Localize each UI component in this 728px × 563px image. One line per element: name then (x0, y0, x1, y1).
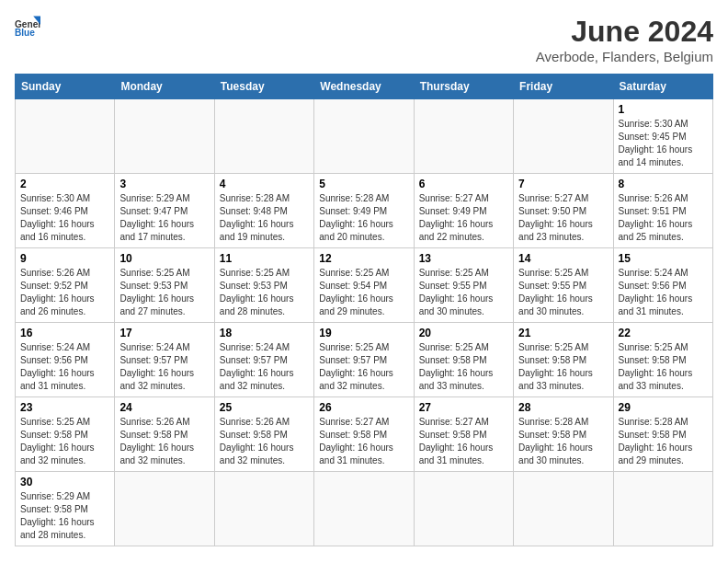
calendar-day-cell: 23Sunrise: 5:25 AM Sunset: 9:58 PM Dayli… (16, 397, 115, 472)
calendar-week-row: 16Sunrise: 5:24 AM Sunset: 9:56 PM Dayli… (16, 323, 713, 397)
day-info: Sunrise: 5:29 AM Sunset: 9:47 PM Dayligh… (119, 192, 209, 244)
weekday-header-cell: Thursday (414, 75, 513, 99)
calendar-day-cell (514, 99, 613, 174)
day-info: Sunrise: 5:24 AM Sunset: 9:57 PM Dayligh… (119, 341, 209, 393)
day-info: Sunrise: 5:25 AM Sunset: 9:54 PM Dayligh… (319, 267, 408, 318)
calendar-day-cell: 2Sunrise: 5:30 AM Sunset: 9:46 PM Daylig… (16, 174, 115, 248)
day-info: Sunrise: 5:25 AM Sunset: 9:58 PM Dayligh… (20, 416, 109, 467)
day-number: 15 (619, 252, 708, 265)
day-number: 3 (119, 178, 209, 190)
calendar-day-cell: 21Sunrise: 5:25 AM Sunset: 9:58 PM Dayli… (514, 323, 613, 397)
calendar-day-cell: 13Sunrise: 5:25 AM Sunset: 9:55 PM Dayli… (414, 248, 513, 323)
day-number: 14 (518, 252, 608, 265)
day-number: 20 (419, 327, 508, 339)
day-number: 26 (319, 401, 408, 414)
calendar-day-cell: 4Sunrise: 5:28 AM Sunset: 9:48 PM Daylig… (214, 174, 313, 248)
day-number: 16 (20, 327, 109, 339)
calendar-week-row: 1Sunrise: 5:30 AM Sunset: 9:45 PM Daylig… (16, 99, 713, 174)
calendar-day-cell: 26Sunrise: 5:27 AM Sunset: 9:58 PM Dayli… (314, 397, 414, 472)
calendar-day-cell (115, 99, 214, 174)
calendar-day-cell (314, 472, 414, 546)
calendar-day-cell: 8Sunrise: 5:26 AM Sunset: 9:51 PM Daylig… (613, 174, 712, 248)
day-number: 1 (619, 103, 708, 116)
day-info: Sunrise: 5:25 AM Sunset: 9:58 PM Dayligh… (518, 341, 608, 393)
calendar-day-cell: 18Sunrise: 5:24 AM Sunset: 9:57 PM Dayli… (214, 323, 313, 397)
day-info: Sunrise: 5:24 AM Sunset: 9:57 PM Dayligh… (220, 341, 309, 393)
calendar-body: 1Sunrise: 5:30 AM Sunset: 9:45 PM Daylig… (16, 99, 713, 546)
day-info: Sunrise: 5:30 AM Sunset: 9:45 PM Dayligh… (619, 118, 708, 169)
day-number: 4 (220, 178, 309, 190)
calendar-day-cell: 15Sunrise: 5:24 AM Sunset: 9:56 PM Dayli… (613, 248, 712, 323)
weekday-header-cell: Wednesday (314, 75, 414, 99)
day-number: 9 (20, 252, 109, 265)
calendar-subtitle: Averbode, Flanders, Belgium (536, 49, 713, 64)
day-number: 12 (319, 252, 408, 265)
day-number: 22 (619, 327, 708, 339)
day-info: Sunrise: 5:25 AM Sunset: 9:58 PM Dayligh… (619, 341, 708, 393)
day-info: Sunrise: 5:24 AM Sunset: 9:56 PM Dayligh… (20, 341, 109, 393)
weekday-header-cell: Monday (115, 75, 214, 99)
day-info: Sunrise: 5:26 AM Sunset: 9:52 PM Dayligh… (20, 267, 109, 318)
day-info: Sunrise: 5:28 AM Sunset: 9:49 PM Dayligh… (319, 192, 408, 244)
day-number: 18 (220, 327, 309, 339)
calendar-day-cell: 12Sunrise: 5:25 AM Sunset: 9:54 PM Dayli… (314, 248, 414, 323)
day-info: Sunrise: 5:24 AM Sunset: 9:56 PM Dayligh… (619, 267, 708, 318)
day-number: 21 (518, 327, 608, 339)
day-info: Sunrise: 5:25 AM Sunset: 9:58 PM Dayligh… (419, 341, 508, 393)
calendar-day-cell: 22Sunrise: 5:25 AM Sunset: 9:58 PM Dayli… (613, 323, 712, 397)
day-number: 30 (20, 476, 109, 488)
calendar-day-cell (414, 99, 513, 174)
calendar-day-cell: 7Sunrise: 5:27 AM Sunset: 9:50 PM Daylig… (514, 174, 613, 248)
calendar-day-cell: 29Sunrise: 5:28 AM Sunset: 9:58 PM Dayli… (613, 397, 712, 472)
day-number: 11 (220, 252, 309, 265)
calendar-day-cell: 9Sunrise: 5:26 AM Sunset: 9:52 PM Daylig… (16, 248, 115, 323)
calendar-day-cell: 19Sunrise: 5:25 AM Sunset: 9:57 PM Dayli… (314, 323, 414, 397)
calendar-day-cell: 27Sunrise: 5:27 AM Sunset: 9:58 PM Dayli… (414, 397, 513, 472)
calendar-day-cell (115, 472, 214, 546)
day-info: Sunrise: 5:26 AM Sunset: 9:58 PM Dayligh… (220, 416, 309, 467)
calendar-day-cell (214, 472, 313, 546)
calendar-day-cell: 28Sunrise: 5:28 AM Sunset: 9:58 PM Dayli… (514, 397, 613, 472)
calendar-day-cell (214, 99, 313, 174)
day-number: 7 (518, 178, 608, 190)
day-info: Sunrise: 5:26 AM Sunset: 9:58 PM Dayligh… (119, 416, 209, 467)
calendar-day-cell: 3Sunrise: 5:29 AM Sunset: 9:47 PM Daylig… (115, 174, 214, 248)
day-number: 8 (619, 178, 708, 190)
day-info: Sunrise: 5:26 AM Sunset: 9:51 PM Dayligh… (619, 192, 708, 244)
svg-text:Blue: Blue (15, 28, 35, 38)
calendar-day-cell: 17Sunrise: 5:24 AM Sunset: 9:57 PM Dayli… (115, 323, 214, 397)
day-number: 2 (20, 178, 109, 190)
title-area: June 2024 Averbode, Flanders, Belgium (536, 15, 713, 64)
header: General Blue June 2024 Averbode, Flander… (15, 15, 713, 64)
day-number: 13 (419, 252, 508, 265)
day-info: Sunrise: 5:25 AM Sunset: 9:55 PM Dayligh… (518, 267, 608, 318)
calendar-day-cell: 11Sunrise: 5:25 AM Sunset: 9:53 PM Dayli… (214, 248, 313, 323)
calendar-day-cell: 14Sunrise: 5:25 AM Sunset: 9:55 PM Dayli… (514, 248, 613, 323)
day-info: Sunrise: 5:27 AM Sunset: 9:50 PM Dayligh… (518, 192, 608, 244)
calendar-week-row: 30Sunrise: 5:29 AM Sunset: 9:58 PM Dayli… (16, 472, 713, 546)
day-info: Sunrise: 5:30 AM Sunset: 9:46 PM Dayligh… (20, 192, 109, 244)
day-number: 28 (518, 401, 608, 414)
day-number: 17 (119, 327, 209, 339)
day-info: Sunrise: 5:25 AM Sunset: 9:57 PM Dayligh… (319, 341, 408, 393)
day-info: Sunrise: 5:27 AM Sunset: 9:58 PM Dayligh… (319, 416, 408, 467)
calendar-week-row: 9Sunrise: 5:26 AM Sunset: 9:52 PM Daylig… (16, 248, 713, 323)
calendar-week-row: 23Sunrise: 5:25 AM Sunset: 9:58 PM Dayli… (16, 397, 713, 472)
calendar-day-cell (613, 472, 712, 546)
calendar-day-cell (16, 99, 115, 174)
calendar-day-cell: 20Sunrise: 5:25 AM Sunset: 9:58 PM Dayli… (414, 323, 513, 397)
weekday-header-cell: Friday (514, 75, 613, 99)
calendar-day-cell (314, 99, 414, 174)
day-number: 25 (220, 401, 309, 414)
calendar-day-cell: 5Sunrise: 5:28 AM Sunset: 9:49 PM Daylig… (314, 174, 414, 248)
calendar-day-cell: 6Sunrise: 5:27 AM Sunset: 9:49 PM Daylig… (414, 174, 513, 248)
calendar-day-cell: 1Sunrise: 5:30 AM Sunset: 9:45 PM Daylig… (613, 99, 712, 174)
day-info: Sunrise: 5:28 AM Sunset: 9:58 PM Dayligh… (619, 416, 708, 467)
weekday-header-row: SundayMondayTuesdayWednesdayThursdayFrid… (16, 75, 713, 99)
day-number: 19 (319, 327, 408, 339)
calendar-week-row: 2Sunrise: 5:30 AM Sunset: 9:46 PM Daylig… (16, 174, 713, 248)
calendar-day-cell: 25Sunrise: 5:26 AM Sunset: 9:58 PM Dayli… (214, 397, 313, 472)
day-number: 29 (619, 401, 708, 414)
day-info: Sunrise: 5:29 AM Sunset: 9:58 PM Dayligh… (20, 490, 109, 542)
calendar-day-cell: 24Sunrise: 5:26 AM Sunset: 9:58 PM Dayli… (115, 397, 214, 472)
